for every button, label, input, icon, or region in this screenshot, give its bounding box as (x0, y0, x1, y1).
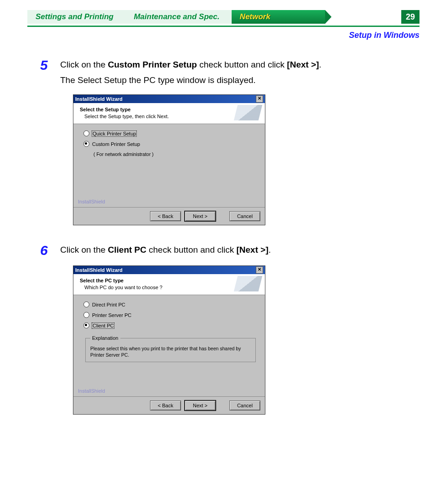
t: check button and click (197, 60, 287, 69)
tab-settings[interactable]: Settings and Printing (27, 10, 125, 24)
radio-label: Client PC (92, 323, 114, 328)
wizard-body: Direct Print PC Printer Server PC Client… (73, 295, 265, 396)
close-icon[interactable]: ✕ (256, 95, 263, 103)
page-number-badge: 29 (401, 10, 419, 24)
t-bold: [Next >] (287, 60, 319, 69)
banner-subtitle: Which PC do you want to choose ? (84, 285, 260, 290)
t-bold: [Next >] (237, 245, 269, 255)
step-number: 6 (40, 244, 60, 257)
wizard-setup-type: InstallShield Wizard ✕ Select the Setup … (73, 94, 265, 225)
wizard-banner: Select the PC type Which PC do you want … (73, 274, 265, 295)
next-button[interactable]: Next > (185, 211, 216, 221)
radio-label: Custom Printer Setup (92, 141, 140, 147)
step-subtext: The Select Setup the PC type window is d… (60, 74, 321, 87)
brand-text: InstallShield (78, 199, 105, 204)
t: Click on the (60, 245, 108, 255)
radio-icon (83, 301, 89, 307)
step-6: 6 Click on the Client PC check button an… (40, 244, 435, 257)
wizard-buttons: < Back Next > Cancel (73, 207, 265, 225)
section-heading: Setup in Windows (0, 31, 419, 40)
step-text: Click on the Client PC check button and … (60, 244, 271, 256)
t: . (269, 245, 271, 255)
radio-label: Quick Printer Setup (92, 131, 136, 136)
wizard-buttons: < Back Next > Cancel (73, 396, 265, 414)
back-button[interactable]: < Back (150, 400, 181, 410)
radio-label: Direct Print PC (92, 302, 125, 307)
window-title: InstallShield Wizard (75, 96, 123, 102)
radio-direct-print-pc[interactable]: Direct Print PC (83, 301, 258, 307)
radio-printer-server-pc[interactable]: Printer Server PC (83, 312, 258, 318)
step-text: Click on the Custom Printer Setup check … (60, 58, 321, 86)
explanation-text: Please select this when you print to the… (90, 346, 241, 358)
wizard-body: Quick Printer Setup Custom Printer Setup… (73, 124, 265, 207)
explanation-legend: Explanation (90, 335, 120, 342)
radio-icon (83, 130, 89, 136)
wizard-pc-type: InstallShield Wizard ✕ Select the PC typ… (73, 265, 265, 415)
tab-maintenance[interactable]: Maintenance and Spec. (125, 10, 231, 24)
cancel-button[interactable]: Cancel (229, 400, 260, 410)
t-bold: Custom Printer Setup (108, 60, 197, 69)
tab-network[interactable]: Network (232, 10, 325, 24)
radio-icon (83, 141, 89, 147)
radio-hint: ( For network administrator ) (93, 151, 258, 157)
window-titlebar: InstallShield Wizard ✕ (73, 95, 265, 103)
radio-icon (83, 312, 89, 318)
step-number: 5 (40, 58, 60, 72)
radio-quick-printer-setup[interactable]: Quick Printer Setup (83, 130, 258, 136)
close-icon[interactable]: ✕ (256, 266, 263, 274)
t-bold: Client PC (108, 245, 146, 255)
top-tabs: Settings and Printing Maintenance and Sp… (27, 10, 435, 24)
step-5: 5 Click on the Custom Printer Setup chec… (40, 58, 435, 86)
window-title: InstallShield Wizard (75, 267, 123, 273)
t: Click on the (60, 60, 108, 69)
back-button[interactable]: < Back (150, 211, 181, 221)
banner-subtitle: Select the Setup type, then click Next. (84, 114, 260, 119)
wizard-banner: Select the Setup type Select the Setup t… (73, 103, 265, 124)
banner-title: Select the Setup type (80, 107, 260, 112)
radio-client-pc[interactable]: Client PC (83, 322, 258, 328)
radio-label: Printer Server PC (92, 312, 131, 318)
brand-text: InstallShield (78, 388, 105, 394)
cancel-button[interactable]: Cancel (229, 211, 260, 221)
banner-title: Select the PC type (80, 278, 260, 283)
radio-custom-printer-setup[interactable]: Custom Printer Setup (83, 141, 258, 147)
t: check button and click (146, 245, 237, 255)
tab-underline (27, 26, 419, 27)
explanation-box: Explanation Please select this when you … (85, 335, 256, 362)
radio-icon (83, 322, 89, 328)
window-titlebar: InstallShield Wizard ✕ (73, 266, 265, 274)
next-button[interactable]: Next > (185, 400, 216, 410)
t: . (319, 60, 321, 69)
